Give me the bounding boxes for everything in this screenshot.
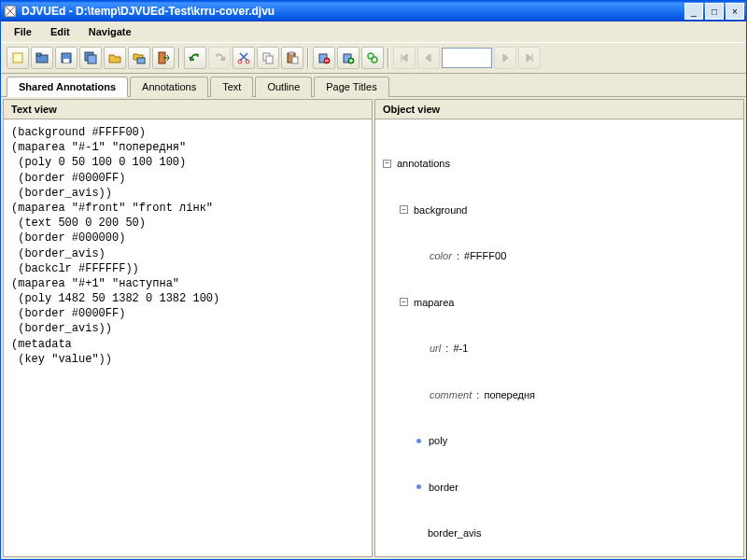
svg-rect-1 — [13, 53, 22, 63]
toolbar — [1, 43, 746, 74]
tabbar: Shared Annotations Annotations Text Outl… — [1, 74, 746, 97]
svg-rect-3 — [36, 53, 41, 56]
menubar: File Edit Navigate — [1, 21, 746, 43]
svg-rect-7 — [88, 55, 96, 63]
svg-rect-8 — [137, 58, 145, 63]
copy-button[interactable] — [257, 47, 279, 69]
window-title: DJVUEd - D:\temp\DJVUEd-Test\krru-cover.… — [21, 5, 684, 18]
maximize-button[interactable]: □ — [705, 3, 724, 20]
add-button[interactable] — [337, 47, 359, 69]
svg-rect-13 — [266, 56, 273, 63]
folder-button[interactable] — [104, 47, 126, 69]
tab-shared-annotations[interactable]: Shared Annotations — [7, 77, 128, 97]
tab-annotations[interactable]: Annotations — [130, 77, 208, 97]
tab-page-titles[interactable]: Page Titles — [314, 77, 388, 97]
svg-rect-5 — [63, 59, 69, 63]
open-button[interactable] — [31, 47, 53, 69]
new-button[interactable] — [7, 47, 29, 69]
object-view-panel: Object view −annotations −background col… — [374, 99, 744, 557]
menu-navigate[interactable]: Navigate — [81, 24, 139, 39]
page-input[interactable] — [442, 48, 492, 68]
cut-button[interactable] — [233, 47, 255, 69]
save-button[interactable] — [55, 47, 78, 69]
exit-button[interactable] — [152, 47, 175, 69]
close-button[interactable]: × — [726, 3, 744, 20]
expand-icon[interactable]: − — [400, 205, 408, 214]
svg-rect-16 — [292, 57, 298, 63]
tab-outline[interactable]: Outline — [255, 77, 312, 97]
bullet-icon — [415, 437, 423, 445]
redo-button[interactable] — [208, 47, 231, 69]
tree-node-maparea[interactable]: −maparea — [383, 295, 736, 311]
link-button[interactable] — [361, 47, 384, 69]
next-page-button[interactable] — [494, 47, 516, 69]
toolbar-separator — [178, 48, 180, 68]
object-tree[interactable]: −annotations −background color : #FFFF00… — [375, 119, 743, 556]
tree-leaf[interactable]: url : #-1 — [383, 341, 736, 357]
tree-leaf[interactable]: color : #FFFF00 — [383, 248, 736, 264]
object-view-header: Object view — [375, 100, 743, 119]
tree-leaf[interactable]: comment : попередня — [383, 387, 736, 403]
app-icon — [3, 4, 18, 19]
copy-folder-button[interactable] — [128, 47, 150, 69]
svg-point-22 — [372, 57, 377, 63]
paste-button[interactable] — [281, 47, 303, 69]
tree-node-border[interactable]: border — [383, 480, 736, 496]
menu-edit[interactable]: Edit — [43, 24, 78, 39]
undo-button[interactable] — [184, 47, 206, 69]
menu-file[interactable]: File — [7, 24, 39, 39]
toolbar-separator — [307, 48, 309, 68]
toolbar-separator — [388, 48, 389, 68]
titlebar: DJVUEd - D:\temp\DJVUEd-Test\krru-cover.… — [1, 1, 746, 21]
expand-icon[interactable]: − — [400, 298, 408, 306]
last-page-button[interactable] — [518, 47, 541, 69]
prev-page-button[interactable] — [417, 47, 440, 69]
minimize-button[interactable]: _ — [684, 3, 703, 20]
bullet-icon — [415, 483, 423, 491]
tree-node-annotations[interactable]: −annotations — [383, 156, 736, 172]
tree-node-background[interactable]: −background — [383, 203, 736, 218]
first-page-button[interactable] — [393, 47, 416, 69]
save-as-button[interactable] — [79, 47, 102, 69]
text-view-panel: Text view (background #FFFF00) (maparea … — [3, 99, 373, 557]
tree-node-border-avis[interactable]: border_avis — [383, 525, 736, 541]
expand-icon[interactable]: − — [383, 160, 391, 168]
tree-node-poly[interactable]: poly — [383, 433, 736, 449]
tab-text[interactable]: Text — [210, 77, 253, 97]
delete-button[interactable] — [313, 47, 335, 69]
text-view-header: Text view — [4, 100, 372, 119]
text-view-body[interactable]: (background #FFFF00) (maparea "#-1" "поп… — [4, 119, 372, 556]
svg-rect-15 — [289, 52, 293, 55]
